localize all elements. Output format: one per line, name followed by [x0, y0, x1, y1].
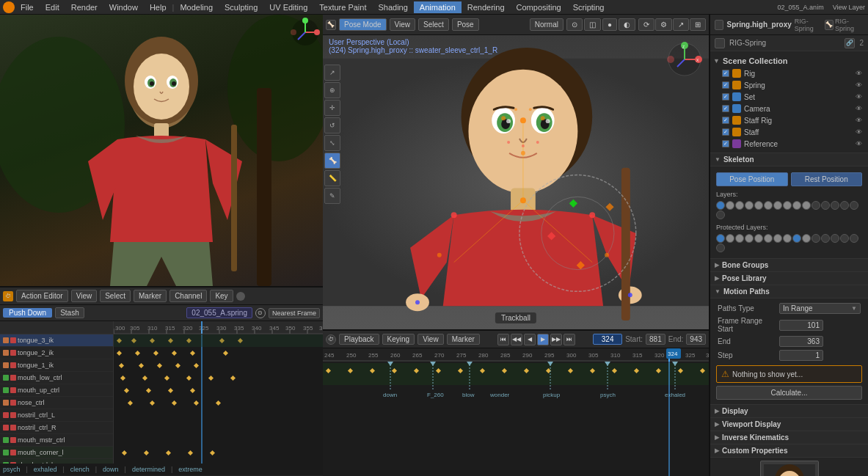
custom-props-section[interactable]: ▶ Custom Properties [710, 444, 868, 458]
ae-toggle[interactable] [236, 292, 245, 301]
vp-annotate-icon[interactable]: ✎ [324, 188, 340, 204]
vp-select-menu[interactable]: Select [418, 18, 449, 31]
render-toggle[interactable]: ◐ [619, 18, 635, 31]
push-down-btn[interactable]: Push Down [3, 308, 52, 318]
playback-btn[interactable]: Playback [339, 334, 379, 345]
current-frame-display[interactable]: 324 [593, 334, 622, 345]
layer-12[interactable] [831, 201, 839, 210]
action-name[interactable]: 02_055_A.spring [186, 307, 252, 318]
vp-icon-2[interactable]: ⚙ [655, 18, 672, 31]
menu-help[interactable]: Help [144, 1, 172, 13]
ae-track-row-label-8[interactable]: mouth_mstr_ctrl [0, 434, 113, 447]
layer-6[interactable] [773, 201, 782, 210]
viewport-mode-icon[interactable]: 🦴 [326, 20, 336, 30]
ae-view-menu[interactable]: View [71, 290, 98, 302]
staff-vis-checkbox[interactable]: ✓ [722, 128, 729, 136]
link-icon[interactable]: 🔗 [845, 38, 855, 48]
ae-track-row-label-0[interactable]: tongue_3_ik [0, 334, 113, 347]
collection-item-rig[interactable]: ✓ Rig 👁 [713, 67, 865, 79]
viewport-left[interactable] [0, 15, 323, 286]
ae-marker-menu[interactable]: Marker [134, 290, 167, 302]
menu-file[interactable]: File [15, 1, 40, 13]
layer-11[interactable] [821, 201, 830, 210]
layer-14[interactable] [850, 201, 858, 210]
set-vis-checkbox[interactable]: ✓ [722, 93, 729, 100]
rig-vis-checkbox[interactable]: ✓ [722, 70, 729, 77]
menu-edit[interactable]: Edit [40, 1, 65, 13]
ae-track-row-label-2[interactable]: tongue_1_ik [0, 359, 113, 372]
tab-uv-editing[interactable]: UV Editing [263, 1, 313, 13]
vp-view-menu[interactable]: View [390, 18, 416, 31]
ae-track-row-label-4[interactable]: mouth_up_ctrl [0, 384, 113, 397]
navigation-gizmo[interactable]: X Z [666, 41, 703, 79]
rest-position-btn[interactable]: Rest Position [791, 172, 863, 186]
jump-end-btn[interactable]: ⏭ [564, 334, 575, 345]
viewport-axes[interactable] [291, 18, 320, 47]
layer-7[interactable] [783, 201, 792, 210]
layer-5[interactable] [764, 201, 773, 210]
layer-3[interactable] [745, 201, 754, 210]
rig-eye-icon[interactable]: 👁 [856, 70, 862, 77]
player-9[interactable] [802, 234, 811, 243]
collection-item-camera[interactable]: ✓ Camera 👁 [713, 103, 865, 114]
vp-rotate-icon[interactable]: ↺ [324, 117, 340, 133]
player-0[interactable] [716, 234, 725, 243]
ds-marker-btn[interactable]: Marker [447, 334, 480, 345]
staffrig-vis-checkbox[interactable]: ✓ [722, 117, 729, 124]
layer-4[interactable] [754, 201, 763, 210]
player-12[interactable] [831, 234, 839, 243]
staff-eye-icon[interactable]: 👁 [856, 128, 862, 136]
stash-btn[interactable]: Stash [55, 307, 84, 318]
rig-icon-2[interactable] [715, 38, 725, 48]
collection-item-reference[interactable]: ✓ Reference 👁 [713, 138, 865, 150]
spring-vis-checkbox[interactable]: ✓ [722, 81, 729, 89]
player-3[interactable] [745, 234, 754, 243]
ref-vis-checkbox[interactable]: ✓ [722, 140, 729, 147]
staffrig-eye-icon[interactable]: 👁 [856, 117, 862, 124]
collection-item-spring[interactable]: ✓ Spring 👁 [713, 79, 865, 91]
vp-scale-icon[interactable]: ⤡ [324, 135, 340, 151]
calculate-btn[interactable]: Calculate... [716, 386, 862, 400]
ae-track-row-label-1[interactable]: tongue_2_ik [0, 347, 113, 359]
step-fwd-btn[interactable]: ▶▶ [550, 334, 562, 345]
bone-groups-section[interactable]: ▶ Bone Groups [710, 259, 868, 272]
ds-view-btn[interactable]: View [417, 334, 444, 345]
motion-paths-section[interactable]: ▼ Motion Paths [710, 285, 868, 299]
jump-start-btn[interactable]: ⏮ [497, 334, 509, 345]
overlay-toggle[interactable]: ⊙ [566, 18, 583, 31]
step-back-btn[interactable]: ◀◀ [511, 334, 522, 345]
step-input[interactable]: 1 [779, 350, 823, 361]
player-15[interactable] [716, 244, 725, 252]
vp-icon-1[interactable]: ⟳ [638, 18, 654, 31]
tab-compositing[interactable]: Compositing [511, 1, 567, 13]
tab-shading[interactable]: Shading [372, 1, 413, 13]
vp-icon-3[interactable]: ↗ [673, 18, 689, 31]
ae-track-row-label-9[interactable]: mouth_corner_l [0, 447, 113, 459]
ds-track[interactable]: down F_260 blow wonder [323, 362, 709, 476]
player-1[interactable] [726, 234, 734, 243]
ae-track-row-label-6[interactable]: nostril_ctrl_L [0, 409, 113, 422]
player-4[interactable] [754, 234, 763, 243]
vp-select-icon[interactable]: ↗ [324, 65, 340, 81]
shading-toggle[interactable]: ● [602, 18, 617, 31]
ik-section[interactable]: ▶ Inverse Kinematics [710, 431, 868, 444]
ae-track-row-label-7[interactable]: nostril_ctrl_R [0, 422, 113, 434]
frame-range-end-input[interactable]: 363 [779, 336, 823, 347]
pose-position-btn[interactable]: Pose Position [716, 172, 788, 186]
vp-measure-icon[interactable]: 📏 [324, 170, 340, 186]
layer-10[interactable] [812, 201, 820, 210]
vp-icon-4[interactable]: ⊞ [690, 18, 706, 31]
paths-type-dropdown[interactable]: In Range ▼ [779, 303, 861, 314]
menu-window[interactable]: Window [103, 1, 144, 13]
layer-0[interactable] [716, 201, 725, 210]
collection-item-staffrig[interactable]: ✓ Staff Rig 👁 [713, 114, 865, 126]
ae-key-menu[interactable]: Key [210, 290, 233, 302]
tab-rendering[interactable]: Rendering [462, 1, 511, 13]
player-6[interactable] [773, 234, 782, 243]
player-2[interactable] [735, 234, 744, 243]
vp-move-icon[interactable]: ✛ [324, 100, 340, 116]
ae-select-menu[interactable]: Select [100, 290, 131, 302]
pose-mode-btn[interactable]: Pose Mode [339, 18, 387, 31]
ref-eye-icon[interactable]: 👁 [856, 140, 862, 147]
frame-range-start-input[interactable]: 101 [779, 320, 823, 331]
